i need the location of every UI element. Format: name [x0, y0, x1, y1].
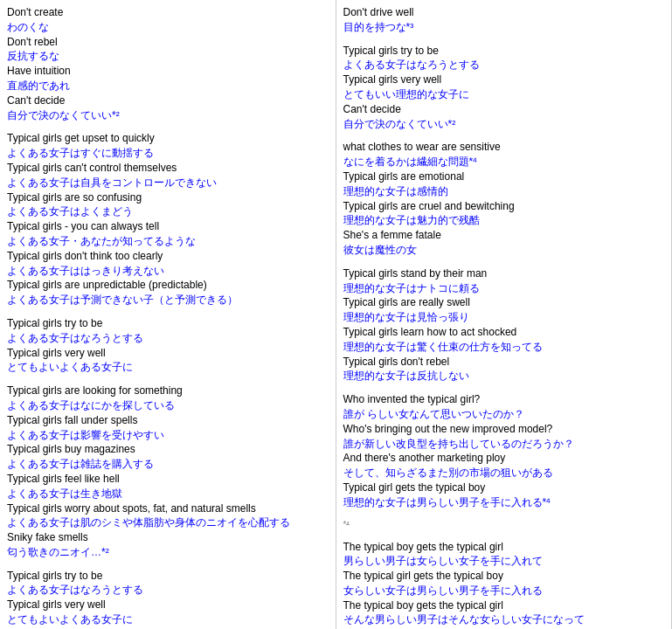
japanese-line: 理想的な女子は男らしい男子を手に入れる*⁴ — [343, 495, 665, 510]
english-line: Typical girls try to be — [7, 569, 329, 584]
japanese-line: 自分で決のなくていい*² — [7, 108, 329, 123]
japanese-line: よくある女子は予測できない子（と予測できる） — [7, 293, 329, 308]
english-line: Don't create — [7, 5, 329, 20]
english-line: Typical girls - you can always tell — [7, 219, 329, 234]
japanese-line: 理想的な女子は見恰っ張り — [343, 310, 665, 325]
english-line: Typical girls very well — [343, 73, 665, 87]
blank-line — [343, 258, 665, 266]
english-line: Typical girls are really swell — [343, 295, 665, 310]
japanese-line: 女らしい女子は男らしい男子を手に入れる — [343, 584, 665, 598]
english-line: Typical girls fall under spells — [7, 413, 329, 428]
japanese-line: 理想的な女子はナトコに頼る — [343, 281, 665, 296]
english-line: Typical girls buy magazines — [7, 442, 329, 457]
english-line: Typical girls try to be — [7, 316, 329, 331]
blank-line — [7, 122, 329, 131]
japanese-line: 目的を持つな*³ — [343, 20, 665, 35]
japanese-line: わのくな — [7, 20, 329, 35]
english-line: Typical girls very well — [7, 598, 329, 612]
english-line: The typical boy gets the typical girl — [343, 598, 665, 613]
japanese-line: よくある女子はなろうとする — [343, 58, 665, 73]
english-line: The typical girl gets the typical boy — [343, 569, 665, 584]
japanese-line: そんな男らしい男子はそんな女らしい女子になって — [343, 612, 665, 627]
japanese-line: そして、知らざるまた別の市場の狙いがある — [343, 466, 665, 480]
english-line: Can't decide — [343, 102, 665, 117]
japanese-line: 理想的な女子は反抗しない — [343, 369, 665, 384]
small-note-line: *⁴ — [343, 519, 665, 531]
japanese-line: よくある女子ははっきり考えない — [7, 264, 329, 279]
japanese-line: 彼女は魔性の女 — [343, 243, 665, 258]
english-line: Don't rebel — [7, 35, 329, 50]
english-line: Typical girls are unpredictable (predict… — [7, 278, 329, 293]
japanese-line: 理想的な女子は驚く仕束の仕方を知ってる — [343, 340, 665, 355]
english-line: Sniky fake smells — [7, 530, 329, 545]
japanese-line: 自分で決のなくていい*² — [343, 117, 665, 132]
blank-line — [343, 384, 665, 392]
japanese-line: よくある女子はなろうとする — [7, 583, 329, 598]
blank-line — [7, 375, 329, 384]
japanese-line: 反抗するな — [7, 49, 329, 64]
japanese-line: よくある女子はすぐに動揺する — [7, 146, 329, 161]
blank-line — [343, 35, 665, 44]
blank-line — [7, 308, 329, 316]
english-line: Typical girls don't think too clearly — [7, 249, 329, 264]
english-line: Who's bringing out the new improved mode… — [343, 422, 665, 437]
english-line: Typical girls don't rebel — [343, 355, 665, 370]
english-line: what clothes to wear are sensitive — [343, 140, 665, 155]
japanese-line: とてもよいよくある女子に — [7, 360, 329, 375]
english-line: Typical girls are cruel and bewitching — [343, 199, 665, 214]
english-line: Typical girls learn how to act shocked — [343, 325, 665, 340]
left-column[interactable]: Don't createわのくなDon't rebel反抗するなHave int… — [0, 0, 336, 629]
english-line: Typical girls feel like hell — [7, 472, 329, 487]
english-line: Who invented the typical girl? — [343, 392, 665, 407]
japanese-line: 匂う歌きのニオイ…*² — [7, 545, 329, 560]
japanese-line: なにを着るかは繊細な問題*⁴ — [343, 155, 665, 169]
japanese-line: よくある女子はよくまどう — [7, 204, 329, 219]
english-line: The typical boy gets the typical girl — [343, 540, 665, 555]
english-line: She's a femme fatale — [343, 228, 665, 243]
japanese-line: 誰が新しい改良型を持ち出しているのだろうか？ — [343, 437, 665, 452]
japanese-line: よくある女子は雑誌を購入する — [7, 457, 329, 472]
english-line: Typical girls get upset to quickly — [7, 131, 329, 146]
japanese-line: とてもいい理想的な女子に — [343, 87, 665, 102]
japanese-line: よくある女子は生き地獄 — [7, 487, 329, 501]
japanese-line: よくある女子は影響を受けやすい — [7, 428, 329, 443]
english-line: Typical girls can't control themselves — [7, 161, 329, 176]
blank-line — [343, 531, 665, 540]
blank-line — [343, 131, 665, 140]
japanese-line: よくある女子は自具をコントロールできない — [7, 176, 329, 190]
japanese-line: よくある女子・あなたが知ってるような — [7, 234, 329, 249]
english-line: Typical girls are so confusing — [7, 190, 329, 205]
english-line: Typical girls very well — [7, 346, 329, 361]
japanese-line: 誰が らしい女なんて思いついたのか？ — [343, 407, 665, 422]
blank-line — [343, 510, 665, 519]
english-line: Typical girls worry about spots, fat, an… — [7, 501, 329, 516]
blank-line — [7, 560, 329, 569]
english-line: Typical girls try to be — [343, 44, 665, 59]
english-line: Typical girls stand by their man — [343, 266, 665, 281]
japanese-line: とてもよいよくある女子に — [7, 612, 329, 627]
japanese-line: 理想的な女子は魅力的で残酷 — [343, 213, 665, 228]
english-line: Typical girls are emotional — [343, 169, 665, 184]
japanese-line: 直感的であれ — [7, 79, 329, 93]
english-line: And there's another marketing ploy — [343, 451, 665, 466]
english-line: Have intuition — [7, 64, 329, 79]
japanese-line: よくある女子は肌のシミや体脂肪や身体のニオイを心配する — [7, 515, 329, 530]
japanese-line: 男らしい男子は女らしい女子を手に入れて — [343, 554, 665, 569]
japanese-line: よくある女子はなにかを探している — [7, 398, 329, 413]
japanese-line: 理想的な女子は感情的 — [343, 184, 665, 199]
japanese-line: よくある女子はなろうとする — [7, 331, 329, 346]
english-line: Typical girls are looking for something — [7, 384, 329, 398]
english-line: Can't decide — [7, 93, 329, 108]
english-line: Typical girl gets the typical boy — [343, 480, 665, 495]
right-column[interactable]: Don't drive well目的を持つな*³Typical girls tr… — [336, 0, 673, 629]
english-line: Don't drive well — [343, 5, 665, 20]
